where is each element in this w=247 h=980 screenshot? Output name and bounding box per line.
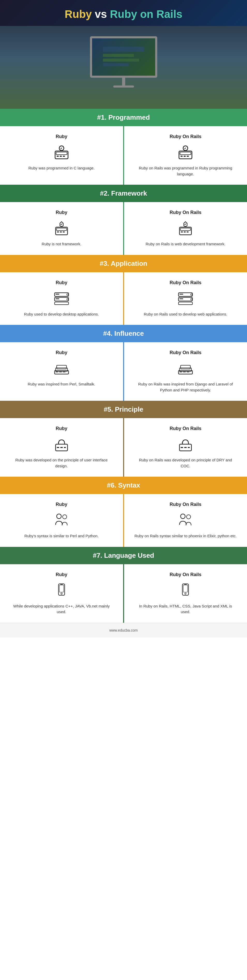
svg-point-27 (67, 294, 68, 295)
svg-rect-32 (55, 298, 59, 299)
cell-rails-application: Ruby On Rails Ruby on Rails used to deve… (124, 272, 247, 325)
cell-title-rails-programmed: Ruby On Rails (135, 134, 237, 139)
section-number-5: #5. (104, 406, 115, 413)
section-framework: #2. Framework Ruby Ruby is not framework… (0, 185, 247, 255)
svg-rect-20 (63, 232, 64, 232)
svg-rect-18 (57, 232, 59, 232)
cell-text-rails-syntax: Ruby on Rails syntax similar to phoenix … (135, 533, 237, 539)
title-rails: Ruby on Rails (110, 8, 182, 20)
cell-text-ruby-application: Ruby used to develop desktop application… (10, 311, 113, 317)
svg-rect-73 (184, 584, 187, 585)
cell-title-rails-app: Ruby On Rails (135, 280, 237, 285)
cell-text-rails-influence: Ruby on Rails was inspired from Django a… (135, 381, 237, 393)
svg-rect-59 (181, 447, 183, 448)
cell-text-rails-language: In Ruby on Rails, HTML, CSS, Java Script… (135, 603, 237, 615)
section-label-7: Language Used (104, 552, 154, 559)
cell-title-rails-prin: Ruby On Rails (135, 426, 237, 431)
loop-server-icon (51, 435, 72, 453)
cell-ruby-principle: Ruby Ruby was developed on the principle… (0, 418, 123, 477)
section-number-7: #7. (93, 552, 104, 559)
svg-rect-25 (187, 232, 188, 232)
svg-point-53 (58, 442, 59, 444)
section-programmed: #1. Programmed Ruby Ruby was programmed … (0, 109, 247, 185)
svg-rect-8 (60, 156, 62, 157)
cell-title-ruby-app: Ruby (10, 280, 113, 285)
svg-rect-15 (187, 156, 189, 157)
cell-title-rails-lang: Ruby On Rails (135, 572, 237, 578)
svg-rect-61 (188, 447, 190, 448)
cell-ruby-application: Ruby Ruby used to develop desktop applic… (0, 272, 123, 325)
svg-rect-50 (183, 371, 186, 372)
section-language: #7. Language Used Ruby While developing … (0, 547, 247, 623)
section-label-5: Principle (115, 406, 143, 413)
section-label-2: Framework (111, 189, 147, 197)
section-label-4: Influence (114, 329, 144, 337)
comparison-row-application: Ruby Ruby used to develop desktop applic… (0, 272, 247, 325)
svg-rect-60 (184, 447, 187, 448)
section-header-principle: #5. Principle (0, 401, 247, 418)
cell-text-rails-application: Ruby on Rails used to develop web applic… (135, 311, 237, 317)
cell-rails-principle: Ruby On Rails Ruby on Rails was develope… (124, 418, 247, 477)
cell-text-ruby-language: While developing applications C++, JAVA,… (10, 603, 113, 615)
svg-rect-0 (103, 47, 144, 52)
svg-rect-17 (56, 228, 66, 231)
cell-text-rails-programmed: Ruby on Rails was programmed in Ruby pro… (135, 165, 237, 177)
svg-rect-71 (184, 585, 188, 592)
svg-rect-67 (59, 585, 63, 592)
svg-rect-30 (55, 302, 68, 305)
phone-icon (51, 581, 72, 600)
cell-text-ruby-principle: Ruby was developed on the principle of u… (10, 457, 113, 469)
footer-url: www.educba.com (109, 628, 138, 632)
title-vs: vs (92, 8, 110, 20)
svg-rect-31 (55, 294, 59, 294)
section-header-framework: #2. Framework (0, 185, 247, 202)
svg-rect-49 (179, 371, 182, 372)
cell-text-ruby-influence: Ruby was inspired from Perl, Smalltalk. (10, 381, 113, 387)
comparison-row-programmed: Ruby Ruby was programmed in C language. … (0, 126, 247, 185)
cell-title-ruby-fw: Ruby (10, 210, 113, 215)
page-title: Ruby vs Ruby on Rails (5, 8, 242, 21)
svg-rect-48 (180, 365, 190, 369)
svg-rect-39 (179, 298, 183, 299)
section-header-language: #7. Language Used (0, 547, 247, 564)
comparison-row-language: Ruby While developing applications C++, … (0, 564, 247, 623)
cell-rails-programmed: Ruby On Rails Ruby on Rails was programm… (124, 126, 247, 185)
svg-rect-14 (184, 156, 186, 157)
section-number-2: #2. (100, 189, 111, 197)
section-number: #1. (97, 113, 108, 121)
svg-point-68 (61, 593, 62, 595)
svg-point-34 (191, 294, 192, 295)
section-label-6: Syntax (118, 481, 140, 489)
shield-server-icon (51, 219, 72, 237)
people-icon (51, 511, 72, 529)
cell-ruby-influence: Ruby Ruby was inspired from Perl, Smallt… (0, 342, 123, 401)
svg-rect-9 (63, 156, 65, 157)
loop-server-icon-rails (175, 435, 196, 453)
section-header-influence: #4. Influence (0, 325, 247, 342)
svg-rect-24 (184, 232, 186, 232)
stack-server-icon-rails (175, 359, 196, 377)
cell-ruby-syntax: Ruby Ruby's syntax is similar to Perl an… (0, 494, 123, 547)
section-label: Programmed (108, 113, 150, 121)
section-syntax: #6. Syntax Ruby Ruby's syntax is similar… (0, 477, 247, 547)
section-application: #3. Application Ruby Ruby used to develo… (0, 255, 247, 325)
cell-title-ruby-prin: Ruby (10, 426, 113, 431)
svg-rect-54 (57, 447, 59, 448)
svg-point-64 (180, 514, 185, 519)
svg-rect-37 (179, 302, 192, 305)
svg-rect-51 (187, 371, 189, 372)
comparison-row-principle: Ruby Ruby was developed on the principle… (0, 418, 247, 477)
hero-monitor (80, 36, 168, 93)
cell-rails-syntax: Ruby On Rails Ruby on Rails syntax simil… (124, 494, 247, 547)
cell-ruby-framework: Ruby Ruby is not framework. (0, 202, 123, 255)
svg-rect-55 (60, 447, 63, 448)
svg-rect-44 (59, 371, 62, 372)
svg-rect-11 (180, 152, 191, 155)
svg-rect-69 (60, 584, 63, 585)
cell-rails-framework: Ruby On Rails Ruby on Rails is web devel… (124, 202, 247, 255)
cell-text-rails-framework: Ruby on Rails is web development framewo… (135, 241, 237, 247)
svg-rect-5 (56, 152, 67, 155)
svg-rect-45 (63, 371, 65, 372)
section-influence: #4. Influence Ruby Ruby was inspired fro… (0, 325, 247, 401)
svg-point-58 (182, 442, 183, 444)
